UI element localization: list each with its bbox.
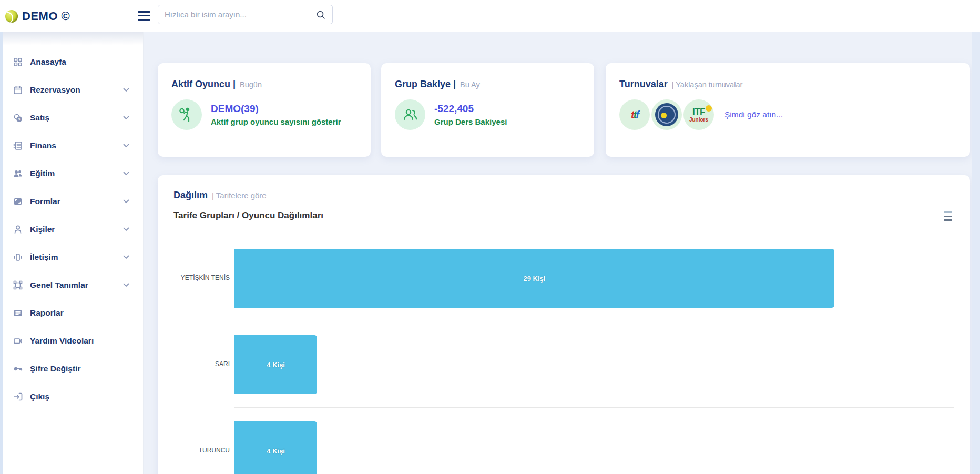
logo-text: DEMO © — [22, 9, 70, 23]
bar-data-label: 29 Kişi — [234, 249, 834, 308]
sidebar-item-genel-tanımlar[interactable]: Genel Tanımlar — [0, 274, 143, 297]
sidebar-item-label: Eğitim — [30, 169, 55, 178]
chart-row: 29 Kişi — [234, 235, 954, 321]
sidebar-item-label: Satış — [30, 113, 49, 123]
people-icon — [13, 168, 23, 179]
chevron-down-icon — [123, 172, 129, 176]
phone-icon — [13, 252, 23, 263]
nodes-icon — [13, 280, 23, 290]
card-subtitle: Bu Ay — [460, 80, 480, 89]
sidebar-item-raporlar[interactable]: Raporlar — [0, 301, 143, 325]
bar-data-label: 4 Kişi — [234, 335, 317, 394]
sidebar-item-eğitim[interactable]: Eğitim — [0, 162, 143, 185]
sidebar-item-label: Anasayfa — [30, 57, 66, 67]
sidebar-item-label: Finans — [30, 141, 56, 150]
top-header: DEMO © — [0, 0, 980, 32]
chart-category-label: SARI — [173, 321, 234, 407]
chart-category-label: TURUNCU — [173, 407, 234, 474]
sidebar-item-anasayfa[interactable]: Anasayfa — [0, 51, 143, 74]
itf-juniors-logo[interactable]: ITFJuniors — [683, 99, 714, 130]
main-content: Aktif Oyuncu | Bugün DEMO(39) A — [144, 32, 980, 474]
active-player-value[interactable]: DEMO(39) — [211, 103, 341, 115]
sidebar-item-label: Genel Tanımlar — [30, 280, 88, 290]
chevron-down-icon — [123, 88, 129, 92]
group-balance-description: Grup Ders Bakiyesi — [434, 117, 507, 126]
video-icon — [13, 336, 23, 346]
chart-category-label: YETİŞKİN TENİS — [173, 235, 234, 321]
card-subtitle: Bugün — [240, 80, 262, 89]
chevron-down-icon — [123, 116, 129, 120]
bar-data-label: 4 Kişi — [234, 421, 317, 474]
chart-row: 4 Kişi — [234, 321, 954, 407]
browse-tournaments-link[interactable]: Şimdi göz atın... — [724, 110, 783, 119]
calendar-icon — [13, 85, 23, 95]
chart-title: Tarife Grupları / Oyuncu Dağılımları — [173, 210, 323, 221]
active-player-description: Aktif grup oyuncu sayısını gösterir — [211, 117, 341, 126]
sidebar-item-i-letişim[interactable]: İletişim — [0, 246, 143, 269]
page-scrollbar[interactable] — [972, 32, 980, 474]
chart-bar[interactable]: 29 Kişi — [234, 249, 834, 308]
chart-bar[interactable]: 4 Kişi — [234, 421, 317, 474]
coins-icon: $ — [13, 113, 23, 123]
sidebar-item-label: Çıkış — [30, 392, 49, 401]
invoice-icon — [13, 140, 23, 151]
sidebar-item-finans[interactable]: Finans — [0, 134, 143, 157]
person-icon — [13, 224, 23, 235]
search-icon[interactable] — [315, 9, 326, 20]
chevron-down-icon — [123, 283, 129, 287]
distribution-subtitle: | Tarifelere göre — [212, 191, 267, 200]
sidebar-item-rezervasyon[interactable]: Rezervasyon — [0, 78, 143, 102]
logout-icon — [13, 391, 23, 402]
chart-bar[interactable]: 4 Kişi — [234, 335, 317, 394]
distribution-card: Dağılım | Tarifelere göre Tarife Gruplar… — [158, 175, 970, 474]
group-balance-card: Grup Bakiye | Bu Ay -522,405 Grup Ders B… — [381, 63, 594, 157]
tennis-player-icon — [171, 99, 202, 130]
sidebar-item-label: Yardım Videoları — [30, 336, 94, 346]
report-icon — [13, 308, 23, 318]
sidebar-item-formlar[interactable]: Formlar — [0, 190, 143, 213]
sidebar-item-kişiler[interactable]: Kişiler — [0, 218, 143, 241]
sidebar-item-label: Şifre Değiştir — [30, 364, 80, 374]
sidebar-item-label: İletişim — [30, 253, 58, 262]
sidebar-item-çıkış[interactable]: Çıkış — [0, 385, 143, 408]
card-subtitle: | Yaklaşan turnuvalar — [672, 80, 743, 89]
sidebar-item-label: Kişiler — [30, 225, 55, 234]
chevron-down-icon — [123, 199, 129, 204]
tennis-ball-logo-icon — [5, 10, 18, 23]
app-logo[interactable]: DEMO © — [5, 9, 70, 23]
distribution-title: Dağılım — [173, 190, 208, 201]
form-icon — [13, 196, 23, 207]
ttf-logo[interactable]: ttf — [619, 99, 650, 130]
card-title: Grup Bakiye | — [395, 79, 456, 90]
sidebar-nav: AnasayfaRezervasyon$SatışFinansEğitimFor… — [0, 32, 144, 474]
chart-row: 4 Kişi — [234, 407, 954, 474]
people-group-icon — [395, 99, 425, 130]
key-icon — [13, 364, 23, 374]
active-player-card: Aktif Oyuncu | Bugün DEMO(39) A — [158, 63, 371, 157]
chart-context-menu-button[interactable] — [942, 210, 954, 222]
search-input[interactable] — [165, 10, 315, 19]
chevron-down-icon — [123, 227, 129, 231]
group-balance-value[interactable]: -522,405 — [434, 103, 507, 115]
sidebar-item-şifre-değiştir[interactable]: Şifre Değiştir — [0, 357, 143, 380]
menu-toggle-button[interactable] — [138, 11, 150, 21]
tennis-europe-logo[interactable] — [651, 99, 682, 130]
quick-search — [158, 5, 333, 24]
sidebar-item-label: Formlar — [30, 197, 60, 206]
sidebar-item-yardım-videoları[interactable]: Yardım Videoları — [0, 329, 143, 352]
card-title: Turnuvalar — [619, 79, 668, 90]
tournaments-card: Turnuvalar | Yaklaşan turnuvalar ttfITFJ… — [606, 63, 970, 157]
chevron-down-icon — [123, 255, 129, 259]
bar-chart: YETİŞKİN TENİSSARITURUNCU 29 Kişi4 Kişi4… — [173, 235, 954, 474]
sidebar-item-label: Rezervasyon — [30, 85, 80, 95]
card-title: Aktif Oyuncu | — [171, 79, 236, 90]
sidebar-scrollbar[interactable] — [0, 32, 3, 474]
sidebar-item-label: Raporlar — [30, 308, 64, 318]
grid-icon — [13, 57, 23, 67]
chevron-down-icon — [123, 144, 129, 148]
sidebar-item-satış[interactable]: $Satış — [0, 106, 143, 129]
